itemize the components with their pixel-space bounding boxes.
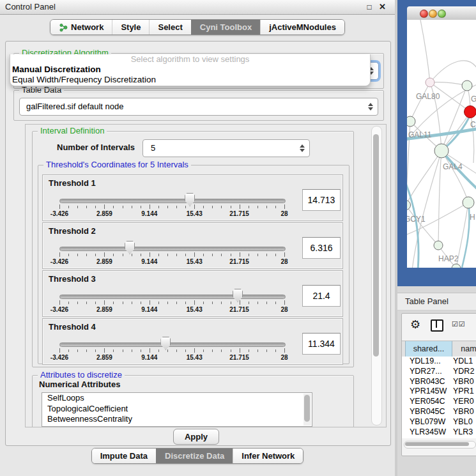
zoom-traffic-light-icon[interactable] bbox=[438, 10, 446, 18]
network-edge[interactable] bbox=[410, 82, 430, 121]
scrollbar-thumb[interactable] bbox=[373, 134, 379, 357]
tick bbox=[221, 206, 222, 208]
slider-track[interactable] bbox=[59, 342, 286, 347]
network-canvas[interactable]: GAL80GACGAL11GAL4GCY1HHAP2 bbox=[407, 20, 476, 268]
tick bbox=[221, 254, 222, 256]
table-row[interactable]: YDR27...YDR2 bbox=[402, 367, 476, 377]
slider-track[interactable] bbox=[59, 295, 286, 299]
list-item[interactable]: TopologicalCoefficient bbox=[42, 404, 312, 415]
network-node[interactable] bbox=[426, 78, 434, 87]
network-node[interactable] bbox=[434, 241, 443, 250]
network-node-label: GA bbox=[471, 95, 476, 104]
network-edge[interactable] bbox=[430, 82, 467, 86]
tick bbox=[59, 204, 60, 209]
gear-icon[interactable]: ⚙ bbox=[410, 318, 420, 332]
network-node[interactable] bbox=[464, 106, 476, 118]
tab-style[interactable]: Style bbox=[112, 20, 149, 35]
split-columns-icon[interactable] bbox=[431, 319, 443, 332]
network-node[interactable] bbox=[407, 201, 411, 210]
tick-label: 28 bbox=[280, 306, 288, 313]
tick bbox=[123, 206, 123, 208]
tick bbox=[141, 349, 141, 352]
threshold-value-field[interactable]: 21.4 bbox=[302, 285, 341, 307]
dropdown-option-manual-discretization[interactable]: Manual Discretization bbox=[10, 65, 370, 75]
tick-label: 15.43 bbox=[187, 258, 203, 265]
tab-label: Network bbox=[71, 22, 104, 32]
network-edge[interactable] bbox=[407, 205, 438, 245]
network-edge[interactable] bbox=[430, 61, 476, 82]
network-edge[interactable] bbox=[412, 151, 441, 268]
network-edge[interactable] bbox=[441, 86, 467, 151]
tick bbox=[221, 349, 222, 352]
column-header-name[interactable]: name bbox=[452, 341, 476, 357]
table-data-selected-value: galFiltered.sif default node bbox=[26, 98, 123, 115]
tab-jactivemnodules[interactable]: jActiveMNodules bbox=[260, 20, 344, 35]
table-horizontal-scrollbar[interactable] bbox=[404, 441, 476, 449]
tick bbox=[194, 252, 195, 257]
scrollbar-thumb[interactable] bbox=[405, 442, 469, 446]
tick bbox=[158, 302, 159, 304]
slider-track[interactable] bbox=[59, 199, 286, 203]
column-header-shared-name[interactable]: shared... bbox=[405, 341, 452, 357]
dropdown-option-equal-width-frequency-discretization[interactable]: Equal Width/Frequency Discretization bbox=[10, 75, 370, 85]
list-item[interactable]: SelfLoops bbox=[42, 393, 312, 404]
attributes-scrollbar[interactable] bbox=[303, 394, 311, 426]
close-icon[interactable]: ✕ bbox=[379, 2, 386, 12]
list-item[interactable]: BetweennessCentrality bbox=[42, 414, 312, 425]
cell-name: YER0 bbox=[453, 397, 474, 407]
network-node[interactable] bbox=[434, 144, 449, 158]
settings-scrollbar[interactable] bbox=[371, 126, 382, 426]
tab-discretize-data[interactable]: Discretize Data bbox=[156, 449, 233, 463]
network-window-titlebar[interactable] bbox=[407, 6, 476, 20]
threshold-value-field[interactable]: 14.713 bbox=[302, 189, 341, 211]
network-node-label: HAP2 bbox=[438, 254, 459, 263]
tab-infer-network[interactable]: Infer Network bbox=[233, 449, 303, 463]
tab-label: Style bbox=[121, 22, 141, 32]
table-row[interactable]: YBL079WYBL0 bbox=[402, 417, 476, 427]
cyni-toolbox-content: Discretization Algorithm Select algorith… bbox=[5, 41, 391, 446]
network-node[interactable] bbox=[462, 81, 472, 91]
attributes-group: Attributes to discretize Numerical Attri… bbox=[32, 375, 354, 427]
table-row[interactable]: YPR145WYPR1 bbox=[402, 387, 476, 397]
tick bbox=[123, 302, 123, 304]
tick bbox=[113, 302, 114, 304]
table-panel-toolbar: ⚙ ☑☑ bbox=[402, 314, 476, 337]
tick bbox=[176, 206, 177, 208]
tick bbox=[231, 349, 231, 352]
table-row[interactable]: YER054CYER0 bbox=[402, 397, 476, 407]
tab-select[interactable]: Select bbox=[149, 20, 190, 35]
table-row[interactable]: YIL052CYIL0 bbox=[402, 437, 476, 438]
minimize-traffic-light-icon[interactable] bbox=[429, 10, 437, 18]
threshold-rows: Threshold 1 -3.4262.8599.14415.4321.7152… bbox=[42, 174, 343, 366]
checkbox-icons[interactable]: ☑☑ bbox=[452, 320, 466, 328]
network-node[interactable] bbox=[463, 197, 474, 208]
network-node[interactable] bbox=[407, 116, 415, 127]
threshold-value-field[interactable]: 11.344 bbox=[302, 333, 341, 355]
apply-button[interactable]: Apply bbox=[173, 429, 219, 445]
table-data-combobox[interactable]: galFiltered.sif default node bbox=[19, 98, 378, 116]
table-row[interactable]: YBR045CYBR0 bbox=[402, 407, 476, 417]
tab-impute-data[interactable]: Impute Data bbox=[92, 449, 156, 463]
table-row[interactable]: YBR043CYBR0 bbox=[402, 377, 476, 387]
tick bbox=[249, 254, 249, 256]
tab-cyni-toolbox[interactable]: Cyni Toolbox bbox=[191, 20, 260, 35]
network-edge[interactable] bbox=[420, 20, 430, 82]
tick bbox=[194, 348, 195, 353]
tick-label: 9.144 bbox=[141, 354, 157, 361]
network-edge[interactable] bbox=[407, 151, 441, 205]
scrollbar-thumb[interactable] bbox=[304, 395, 310, 422]
close-traffic-light-icon[interactable] bbox=[420, 10, 428, 18]
number-of-intervals-spinner[interactable]: 5 bbox=[142, 139, 310, 157]
network-edge[interactable] bbox=[438, 151, 441, 245]
table-row[interactable]: YLR345WYLR3 bbox=[402, 427, 476, 438]
threshold-value-field[interactable]: 6.316 bbox=[302, 237, 341, 259]
slider-track[interactable] bbox=[59, 247, 286, 251]
network-graph[interactable]: GAL80GACGAL11GAL4GCY1HHAP2 bbox=[407, 20, 476, 268]
tick bbox=[104, 348, 105, 353]
table-row[interactable]: YDL19...YDL1 bbox=[402, 357, 476, 367]
cell-shared-name: YBR045C bbox=[410, 407, 445, 417]
float-icon[interactable]: □ bbox=[367, 3, 372, 12]
tab-network[interactable]: Network bbox=[50, 20, 112, 35]
tick-label: -3.426 bbox=[50, 210, 68, 217]
network-edge[interactable] bbox=[470, 112, 474, 163]
